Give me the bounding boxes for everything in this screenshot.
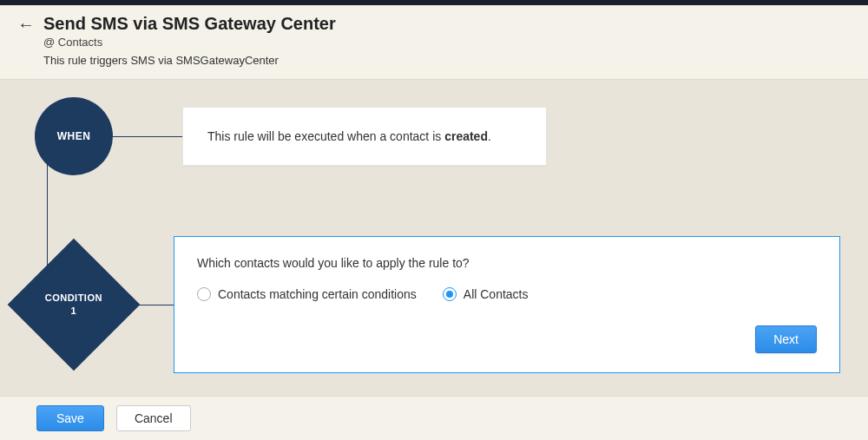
condition-node[interactable]: CONDITION 1 bbox=[8, 239, 141, 371]
context-module: Contacts bbox=[58, 36, 102, 49]
condition-card: Which contacts would you like to apply t… bbox=[174, 236, 840, 373]
condition-row: CONDITION 1 Which contacts would you lik… bbox=[26, 236, 842, 373]
radio-label-matching: Contacts matching certain conditions bbox=[218, 287, 417, 301]
radio-icon-selected bbox=[443, 287, 457, 301]
radio-icon-unselected bbox=[197, 287, 211, 301]
cancel-button[interactable]: Cancel bbox=[116, 405, 191, 431]
when-card[interactable]: This rule will be executed when a contac… bbox=[182, 107, 547, 166]
connector-horizontal bbox=[113, 136, 182, 137]
radio-group: Contacts matching certain conditions All… bbox=[197, 287, 817, 301]
connector-vertical bbox=[47, 158, 48, 279]
save-button[interactable]: Save bbox=[36, 405, 104, 431]
condition-label-line2: 1 bbox=[45, 305, 102, 318]
radio-label-all: All Contacts bbox=[464, 287, 529, 301]
back-arrow-icon[interactable]: ← bbox=[17, 16, 35, 33]
radio-option-all[interactable]: All Contacts bbox=[443, 287, 529, 301]
when-row: WHEN This rule will be executed when a c… bbox=[26, 97, 842, 175]
context-line: @ Contacts bbox=[43, 36, 851, 49]
condition-question: Which contacts would you like to apply t… bbox=[197, 256, 817, 270]
radio-option-matching[interactable]: Contacts matching certain conditions bbox=[197, 287, 417, 301]
rule-description: This rule triggers SMS via SMSGatewayCen… bbox=[43, 54, 851, 67]
footer-bar: Save Cancel bbox=[0, 396, 868, 440]
next-button[interactable]: Next bbox=[755, 325, 817, 353]
when-node[interactable]: WHEN bbox=[35, 97, 113, 175]
when-text-bold: created bbox=[444, 129, 488, 143]
when-text-suffix: . bbox=[488, 129, 491, 143]
page-header: ← Send SMS via SMS Gateway Center @ Cont… bbox=[0, 5, 868, 80]
radio-dot-icon bbox=[446, 291, 453, 298]
workflow-canvas: WHEN This rule will be executed when a c… bbox=[0, 80, 868, 397]
page-title: Send SMS via SMS Gateway Center bbox=[43, 14, 336, 34]
condition-label-line1: CONDITION bbox=[45, 292, 102, 305]
context-at-symbol: @ bbox=[43, 36, 55, 49]
when-label: WHEN bbox=[57, 130, 91, 142]
when-text-prefix: This rule will be executed when a contac… bbox=[207, 129, 444, 143]
